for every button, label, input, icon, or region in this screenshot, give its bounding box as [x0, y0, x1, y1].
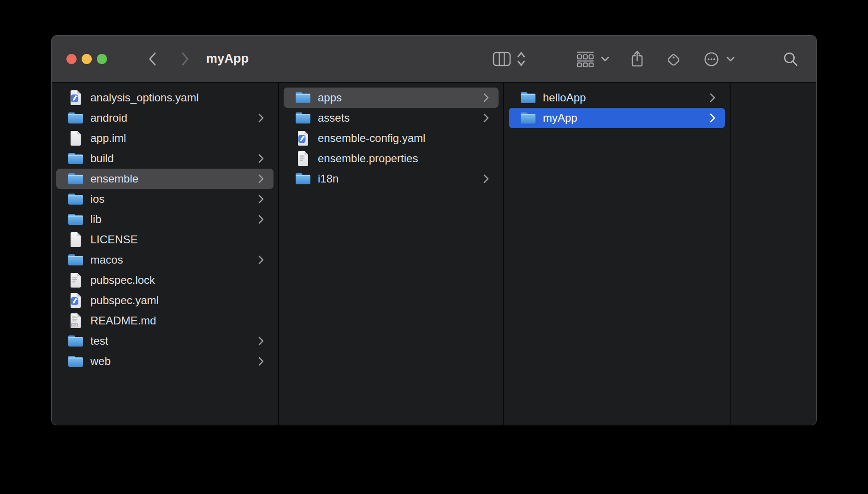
chevron-right-icon — [258, 356, 264, 366]
file-label: app.iml — [90, 132, 126, 145]
folder-icon — [520, 88, 536, 107]
text-file-icon — [295, 149, 311, 168]
folder-icon — [520, 109, 536, 127]
file-label: LICENSE — [90, 233, 138, 246]
folder-icon — [295, 109, 311, 127]
more-actions-chevron-icon[interactable] — [726, 56, 735, 62]
finder-column-4[interactable] — [731, 83, 816, 425]
chevron-right-icon — [709, 113, 716, 123]
chevron-right-icon — [258, 153, 264, 164]
file-label: myApp — [543, 112, 577, 124]
md-file-icon: MD — [67, 312, 84, 330]
folder-icon — [67, 251, 84, 269]
file-row[interactable]: helloApp — [509, 88, 725, 108]
file-label: ensemble-config.yaml — [318, 132, 425, 145]
folder-icon — [67, 149, 84, 168]
folder-icon — [67, 109, 84, 127]
file-row[interactable]: build — [56, 148, 273, 169]
file-row[interactable]: assets — [284, 108, 499, 128]
yaml-file-icon — [67, 88, 84, 107]
file-row[interactable]: lib — [56, 209, 273, 229]
yaml-file-icon — [295, 129, 311, 147]
column-view-icon[interactable] — [493, 52, 511, 66]
tag-icon[interactable] — [665, 51, 682, 68]
minimize-button[interactable] — [82, 54, 92, 64]
column-browser: analysis_options.yamlandroidapp.imlbuild… — [52, 83, 816, 425]
file-label: ios — [90, 193, 105, 206]
text-file-icon — [67, 271, 84, 289]
file-row[interactable]: myApp — [509, 108, 725, 128]
file-row[interactable]: MDREADME.md — [56, 311, 273, 331]
file-row[interactable]: android — [56, 108, 273, 128]
file-icon — [67, 230, 84, 249]
finder-column-3[interactable]: helloAppmyApp — [504, 83, 731, 425]
file-row[interactable]: i18n — [284, 169, 499, 189]
more-actions-icon[interactable] — [703, 51, 719, 67]
folder-icon — [67, 352, 84, 370]
file-row[interactable]: ensemble-config.yaml — [284, 128, 499, 148]
chevron-right-icon — [258, 194, 264, 204]
finder-window: myApp analysis_options.yamlandroida — [52, 35, 816, 425]
back-chevron-icon[interactable] — [147, 52, 157, 66]
file-row[interactable]: pubspec.yaml — [56, 290, 273, 311]
chevron-right-icon — [258, 336, 264, 346]
file-label: ensemble.properties — [318, 152, 418, 165]
folder-icon — [67, 332, 84, 350]
file-label: pubspec.lock — [90, 274, 155, 287]
file-row[interactable]: LICENSE — [56, 229, 273, 250]
file-label: assets — [318, 112, 350, 124]
file-row[interactable]: ios — [56, 189, 273, 209]
file-label: README.md — [90, 314, 156, 327]
chevron-right-icon — [483, 113, 489, 123]
yaml-file-icon — [67, 291, 84, 310]
search-icon[interactable] — [783, 51, 799, 67]
folder-icon — [67, 210, 84, 229]
file-row[interactable]: analysis_options.yaml — [56, 88, 273, 108]
chevron-right-icon — [258, 255, 264, 265]
chevron-right-icon — [258, 214, 264, 224]
chevron-right-icon — [483, 93, 489, 103]
file-icon — [67, 129, 84, 147]
file-row[interactable]: pubspec.lock — [56, 270, 273, 290]
file-row[interactable]: web — [56, 351, 273, 371]
file-label: analysis_options.yaml — [90, 91, 199, 104]
file-row[interactable]: ensemble — [56, 169, 273, 189]
file-label: macos — [90, 253, 123, 266]
chevron-right-icon — [709, 93, 716, 103]
chevron-right-icon — [258, 113, 264, 123]
titlebar[interactable]: myApp — [52, 35, 816, 83]
view-switcher-arrows-icon[interactable] — [517, 51, 526, 67]
forward-chevron-icon[interactable] — [180, 52, 190, 66]
traffic-lights — [66, 54, 107, 64]
folder-icon — [67, 190, 84, 208]
svg-text:MD: MD — [72, 324, 77, 327]
group-by-icon[interactable] — [576, 51, 595, 67]
folder-icon — [295, 88, 311, 107]
file-row[interactable]: app.iml — [56, 128, 273, 148]
file-row[interactable]: ensemble.properties — [284, 148, 499, 169]
window-title: myApp — [206, 35, 249, 82]
file-row[interactable]: test — [56, 331, 273, 351]
file-label: helloApp — [543, 91, 586, 104]
finder-column-2[interactable]: appsassetsensemble-config.yamlensemble.p… — [279, 83, 504, 425]
folder-icon — [67, 170, 84, 188]
file-label: android — [90, 112, 127, 124]
chevron-right-icon — [483, 174, 489, 184]
file-label: web — [90, 355, 111, 368]
file-label: pubspec.yaml — [90, 294, 159, 307]
file-label: ensemble — [90, 172, 138, 185]
file-label: build — [90, 152, 114, 165]
file-label: apps — [318, 91, 342, 104]
chevron-right-icon — [258, 174, 264, 184]
folder-icon — [295, 170, 311, 188]
file-label: lib — [90, 213, 101, 226]
file-row[interactable]: macos — [56, 250, 273, 270]
group-by-chevron-icon[interactable] — [600, 56, 610, 62]
close-button[interactable] — [66, 54, 77, 64]
share-icon[interactable] — [630, 50, 644, 68]
file-label: test — [90, 335, 108, 347]
zoom-button[interactable] — [97, 54, 107, 64]
file-row[interactable]: apps — [284, 88, 499, 108]
finder-column-1[interactable]: analysis_options.yamlandroidapp.imlbuild… — [52, 83, 279, 425]
file-label: i18n — [318, 172, 339, 185]
